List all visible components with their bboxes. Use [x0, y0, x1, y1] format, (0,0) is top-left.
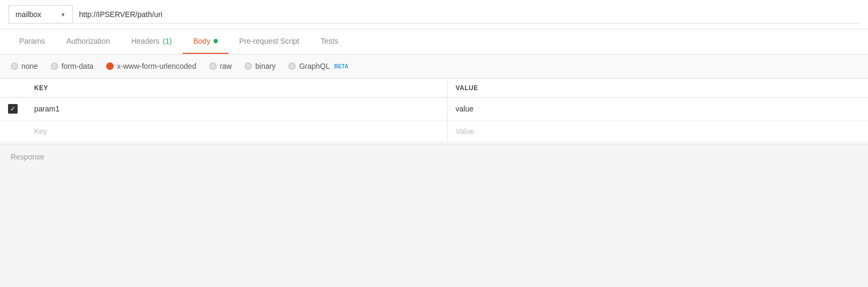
- radio-x-www-form-urlencoded[interactable]: x-www-form-urlencoded: [106, 62, 196, 70]
- body-content: none form-data x-www-form-urlencoded raw…: [0, 54, 868, 142]
- tab-pre-request-script[interactable]: Pre-request Script: [228, 29, 310, 54]
- table-header-value: VALUE: [447, 79, 869, 97]
- row-1-value-cell[interactable]: value: [447, 98, 869, 119]
- radio-raw[interactable]: raw: [209, 62, 232, 70]
- row-1-key-cell[interactable]: param1: [26, 98, 447, 119]
- table-header-check-col: [0, 79, 26, 97]
- tab-authorization[interactable]: Authorization: [56, 29, 121, 54]
- tab-tests[interactable]: Tests: [310, 29, 349, 54]
- method-label: mailbox: [15, 10, 41, 19]
- radio-circle-x-www-form-urlencoded: [106, 62, 114, 70]
- tabs-bar: Params Authorization Headers (1) Body Pr…: [0, 29, 868, 54]
- url-input[interactable]: [73, 6, 859, 23]
- radio-none[interactable]: none: [11, 62, 38, 70]
- body-type-selector: none form-data x-www-form-urlencoded raw…: [0, 54, 868, 78]
- row-2-key-cell[interactable]: Key: [26, 121, 447, 142]
- tab-params[interactable]: Params: [9, 29, 56, 54]
- url-bar: mailbox ▼: [0, 0, 868, 29]
- response-label: Response: [11, 153, 44, 161]
- response-section: Response: [0, 145, 868, 169]
- method-dropdown[interactable]: mailbox ▼: [9, 5, 73, 23]
- chevron-down-icon: ▼: [60, 12, 66, 18]
- tab-headers[interactable]: Headers (1): [121, 29, 183, 54]
- beta-badge: BETA: [334, 63, 348, 69]
- table-row: ✓ param1 value: [0, 98, 868, 121]
- table-header-key: KEY: [26, 79, 447, 97]
- row-1-check-cell: ✓: [0, 98, 26, 120]
- radio-circle-binary: [244, 62, 252, 70]
- radio-graphql[interactable]: GraphQL BETA: [288, 62, 348, 70]
- radio-form-data[interactable]: form-data: [51, 62, 93, 70]
- row-2-check-cell: [0, 125, 26, 138]
- radio-circle-raw: [209, 62, 217, 70]
- row-1-checkbox[interactable]: ✓: [8, 104, 18, 114]
- tab-body[interactable]: Body: [183, 29, 228, 54]
- radio-circle-graphql: [288, 62, 296, 70]
- radio-binary[interactable]: binary: [244, 62, 275, 70]
- row-2-value-cell[interactable]: Value: [447, 121, 869, 142]
- radio-circle-form-data: [51, 62, 58, 70]
- body-dot-indicator: [214, 39, 218, 43]
- radio-circle-none: [11, 62, 18, 70]
- table-row-empty: Key Value: [0, 121, 868, 142]
- table-header: KEY VALUE: [0, 78, 868, 98]
